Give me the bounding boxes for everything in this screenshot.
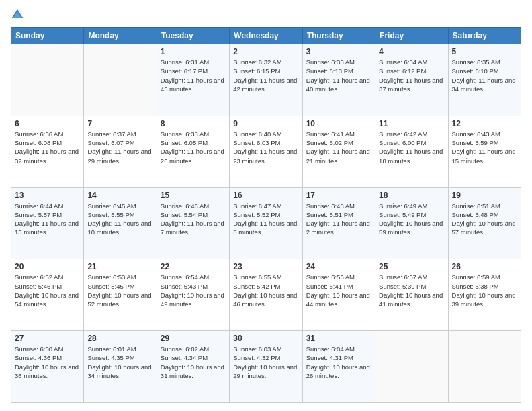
calendar-cell: 28Sunrise: 6:01 AMSunset: 4:35 PMDayligh…	[84, 331, 157, 403]
day-info: Sunrise: 6:55 AMSunset: 5:42 PMDaylight:…	[233, 273, 298, 308]
day-info: Sunrise: 6:01 AMSunset: 4:35 PMDaylight:…	[87, 345, 152, 380]
day-info: Sunrise: 6:34 AMSunset: 6:12 PMDaylight:…	[379, 58, 444, 93]
calendar-week-3: 13Sunrise: 6:44 AMSunset: 5:57 PMDayligh…	[11, 187, 521, 259]
day-number: 30	[233, 334, 298, 343]
calendar-cell: 26Sunrise: 6:59 AMSunset: 5:38 PMDayligh…	[448, 259, 521, 331]
day-number: 16	[233, 191, 298, 200]
calendar-cell: 9Sunrise: 6:40 AMSunset: 6:03 PMDaylight…	[230, 116, 302, 187]
day-number: 5	[452, 47, 517, 56]
calendar-cell: 7Sunrise: 6:37 AMSunset: 6:07 PMDaylight…	[84, 116, 157, 187]
day-info: Sunrise: 6:31 AMSunset: 6:17 PMDaylight:…	[161, 58, 226, 93]
day-info: Sunrise: 6:43 AMSunset: 5:59 PMDaylight:…	[452, 130, 517, 165]
logo	[11, 8, 27, 21]
day-info: Sunrise: 6:40 AMSunset: 6:03 PMDaylight:…	[233, 130, 298, 165]
day-info: Sunrise: 6:49 AMSunset: 5:49 PMDaylight:…	[379, 201, 444, 237]
calendar-cell: 16Sunrise: 6:47 AMSunset: 5:52 PMDayligh…	[230, 187, 302, 259]
calendar-cell	[448, 331, 521, 403]
day-number: 24	[306, 262, 371, 271]
calendar-cell: 22Sunrise: 6:54 AMSunset: 5:43 PMDayligh…	[157, 259, 229, 331]
weekday-header-monday: Monday	[84, 28, 157, 44]
calendar-cell: 17Sunrise: 6:48 AMSunset: 5:51 PMDayligh…	[302, 187, 375, 259]
day-info: Sunrise: 6:51 AMSunset: 5:48 PMDaylight:…	[452, 201, 517, 237]
day-number: 28	[87, 334, 152, 343]
day-number: 27	[15, 334, 80, 343]
calendar-table: SundayMondayTuesdayWednesdayThursdayFrid…	[11, 27, 521, 403]
day-info: Sunrise: 6:32 AMSunset: 6:15 PMDaylight:…	[233, 58, 298, 93]
calendar-cell	[11, 44, 84, 116]
weekday-header-saturday: Saturday	[448, 28, 521, 44]
calendar-cell: 1Sunrise: 6:31 AMSunset: 6:17 PMDaylight…	[157, 44, 229, 116]
calendar-cell	[375, 331, 448, 403]
calendar-cell: 2Sunrise: 6:32 AMSunset: 6:15 PMDaylight…	[230, 44, 302, 116]
day-number: 14	[87, 191, 152, 200]
day-info: Sunrise: 6:46 AMSunset: 5:54 PMDaylight:…	[161, 201, 226, 237]
weekday-header-wednesday: Wednesday	[230, 28, 302, 44]
calendar-cell: 8Sunrise: 6:38 AMSunset: 6:05 PMDaylight…	[157, 116, 229, 187]
calendar-cell: 19Sunrise: 6:51 AMSunset: 5:48 PMDayligh…	[448, 187, 521, 259]
day-info: Sunrise: 6:59 AMSunset: 5:38 PMDaylight:…	[452, 273, 517, 308]
calendar-week-5: 27Sunrise: 6:00 AMSunset: 4:36 PMDayligh…	[11, 331, 521, 403]
calendar-cell: 14Sunrise: 6:45 AMSunset: 5:55 PMDayligh…	[84, 187, 157, 259]
calendar-cell: 15Sunrise: 6:46 AMSunset: 5:54 PMDayligh…	[157, 187, 229, 259]
weekday-header-thursday: Thursday	[302, 28, 375, 44]
day-number: 8	[161, 119, 226, 128]
day-number: 19	[452, 191, 517, 200]
calendar-cell	[84, 44, 157, 116]
day-info: Sunrise: 6:38 AMSunset: 6:05 PMDaylight:…	[161, 130, 226, 165]
calendar-cell: 10Sunrise: 6:41 AMSunset: 6:02 PMDayligh…	[302, 116, 375, 187]
day-info: Sunrise: 6:47 AMSunset: 5:52 PMDaylight:…	[233, 201, 298, 237]
calendar-cell: 13Sunrise: 6:44 AMSunset: 5:57 PMDayligh…	[11, 187, 84, 259]
day-number: 21	[87, 262, 152, 271]
calendar-cell: 4Sunrise: 6:34 AMSunset: 6:12 PMDaylight…	[375, 44, 448, 116]
day-number: 4	[379, 47, 444, 56]
calendar-cell: 3Sunrise: 6:33 AMSunset: 6:13 PMDaylight…	[302, 44, 375, 116]
day-info: Sunrise: 6:00 AMSunset: 4:36 PMDaylight:…	[15, 345, 80, 380]
day-info: Sunrise: 6:48 AMSunset: 5:51 PMDaylight:…	[306, 201, 371, 237]
day-info: Sunrise: 6:45 AMSunset: 5:55 PMDaylight:…	[87, 201, 152, 237]
calendar-cell: 18Sunrise: 6:49 AMSunset: 5:49 PMDayligh…	[375, 187, 448, 259]
calendar-week-1: 1Sunrise: 6:31 AMSunset: 6:17 PMDaylight…	[11, 44, 521, 116]
day-info: Sunrise: 6:44 AMSunset: 5:57 PMDaylight:…	[15, 201, 80, 237]
weekday-header-sunday: Sunday	[11, 28, 84, 44]
day-number: 3	[306, 47, 371, 56]
day-info: Sunrise: 6:36 AMSunset: 6:08 PMDaylight:…	[15, 130, 80, 165]
day-info: Sunrise: 6:52 AMSunset: 5:46 PMDaylight:…	[15, 273, 80, 308]
day-number: 26	[452, 262, 517, 271]
day-info: Sunrise: 6:54 AMSunset: 5:43 PMDaylight:…	[161, 273, 226, 308]
day-info: Sunrise: 6:41 AMSunset: 6:02 PMDaylight:…	[306, 130, 371, 165]
calendar-week-2: 6Sunrise: 6:36 AMSunset: 6:08 PMDaylight…	[11, 116, 521, 187]
day-number: 20	[15, 262, 80, 271]
day-number: 15	[161, 191, 226, 200]
calendar-cell: 25Sunrise: 6:57 AMSunset: 5:39 PMDayligh…	[375, 259, 448, 331]
day-info: Sunrise: 6:37 AMSunset: 6:07 PMDaylight:…	[87, 130, 152, 165]
weekday-row: SundayMondayTuesdayWednesdayThursdayFrid…	[11, 28, 521, 44]
day-number: 7	[87, 119, 152, 128]
calendar-cell: 31Sunrise: 6:04 AMSunset: 4:31 PMDayligh…	[302, 331, 375, 403]
calendar-body: 1Sunrise: 6:31 AMSunset: 6:17 PMDaylight…	[11, 44, 521, 403]
day-number: 29	[161, 334, 226, 343]
calendar-week-4: 20Sunrise: 6:52 AMSunset: 5:46 PMDayligh…	[11, 259, 521, 331]
calendar-cell: 23Sunrise: 6:55 AMSunset: 5:42 PMDayligh…	[230, 259, 302, 331]
day-info: Sunrise: 6:56 AMSunset: 5:41 PMDaylight:…	[306, 273, 371, 308]
day-number: 9	[233, 119, 298, 128]
header	[11, 8, 521, 21]
weekday-header-friday: Friday	[375, 28, 448, 44]
calendar-cell: 21Sunrise: 6:53 AMSunset: 5:45 PMDayligh…	[84, 259, 157, 331]
day-number: 2	[233, 47, 298, 56]
calendar-cell: 20Sunrise: 6:52 AMSunset: 5:46 PMDayligh…	[11, 259, 84, 331]
calendar-cell: 24Sunrise: 6:56 AMSunset: 5:41 PMDayligh…	[302, 259, 375, 331]
day-number: 12	[452, 119, 517, 128]
logo-icon	[11, 8, 24, 21]
calendar-header: SundayMondayTuesdayWednesdayThursdayFrid…	[11, 28, 521, 44]
calendar-cell: 30Sunrise: 6:03 AMSunset: 4:32 PMDayligh…	[230, 331, 302, 403]
day-number: 6	[15, 119, 80, 128]
day-info: Sunrise: 6:57 AMSunset: 5:39 PMDaylight:…	[379, 273, 444, 308]
day-info: Sunrise: 6:04 AMSunset: 4:31 PMDaylight:…	[306, 345, 371, 380]
calendar-cell: 5Sunrise: 6:35 AMSunset: 6:10 PMDaylight…	[448, 44, 521, 116]
day-number: 31	[306, 334, 371, 343]
calendar-cell: 27Sunrise: 6:00 AMSunset: 4:36 PMDayligh…	[11, 331, 84, 403]
day-info: Sunrise: 6:03 AMSunset: 4:32 PMDaylight:…	[233, 345, 298, 380]
day-number: 23	[233, 262, 298, 271]
day-number: 25	[379, 262, 444, 271]
day-number: 11	[379, 119, 444, 128]
